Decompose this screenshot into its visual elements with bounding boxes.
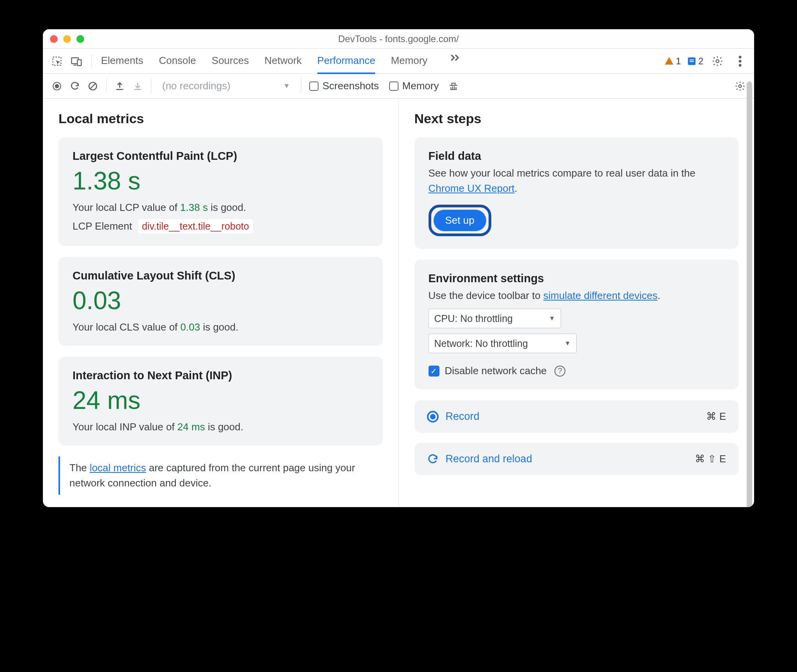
clear-icon[interactable]	[84, 78, 101, 95]
cls-desc-pre: Your local CLS value of	[73, 321, 181, 333]
inp-value: 24 ms	[73, 386, 369, 415]
field-data-card: Field data See how your local metrics co…	[414, 137, 739, 249]
inspect-element-icon[interactable]	[48, 53, 66, 70]
issue-icon	[687, 56, 697, 66]
record-icon[interactable]	[48, 78, 66, 95]
download-icon[interactable]	[129, 78, 146, 95]
disable-cache-checkbox[interactable]: ✓	[429, 366, 439, 377]
env-title: Environment settings	[429, 272, 725, 285]
svg-point-8	[739, 56, 742, 58]
net-select-value: Network: No throttling	[434, 338, 528, 349]
performance-toolbar: (no recordings) ▼ Screenshots Memory	[43, 74, 754, 99]
field-desc-pre: See how your local metrics compare to re…	[429, 167, 696, 179]
env-desc-post: .	[657, 290, 660, 301]
crux-link[interactable]: Chrome UX Report	[429, 182, 515, 194]
lcp-element-label: LCP Element	[73, 220, 132, 232]
svg-line-14	[90, 83, 96, 89]
screenshots-label: Screenshots	[322, 80, 379, 92]
screenshots-checkbox[interactable]: Screenshots	[309, 80, 379, 92]
warnings-badge[interactable]: 1	[664, 56, 681, 67]
help-icon[interactable]: ?	[554, 366, 565, 377]
network-throttling-select[interactable]: Network: No throttling ▼	[429, 334, 577, 353]
simulate-devices-link[interactable]: simulate different devices	[543, 290, 657, 301]
issues-count: 2	[698, 56, 703, 67]
upload-icon[interactable]	[111, 78, 128, 95]
record-shortcut: ⌘ E	[706, 410, 726, 423]
svg-point-15	[739, 85, 742, 87]
svg-rect-3	[78, 60, 81, 65]
tab-performance[interactable]: Performance	[317, 49, 375, 74]
inp-card: Interaction to Next Paint (INP) 24 ms Yo…	[58, 357, 383, 446]
chevron-down-icon: ▼	[549, 315, 555, 322]
tab-console[interactable]: Console	[159, 49, 196, 74]
more-options-icon[interactable]	[731, 53, 749, 70]
checkbox-unchecked-icon	[389, 81, 398, 91]
setup-button[interactable]: Set up	[434, 210, 486, 231]
cpu-throttling-select[interactable]: CPU: No throttling ▼	[429, 309, 561, 328]
inp-desc-val: 24 ms	[177, 421, 205, 433]
next-steps-column: Next steps Field data See how your local…	[399, 99, 754, 507]
setup-button-highlight: Set up	[429, 205, 491, 236]
panel-tabstrip: Elements Console Sources Network Perform…	[43, 49, 754, 74]
inp-desc-pre: Your local INP value of	[73, 421, 177, 433]
cls-desc-val: 0.03	[181, 321, 200, 333]
env-desc-pre: Use the device toolbar to	[429, 290, 544, 301]
close-window-button[interactable]	[50, 35, 58, 43]
cls-value: 0.03	[73, 286, 369, 315]
warning-icon	[664, 56, 674, 66]
garbage-collect-icon[interactable]	[445, 78, 462, 95]
reload-circle-icon	[427, 453, 439, 465]
tab-sources[interactable]: Sources	[212, 49, 249, 74]
lcp-card: Largest Contentful Paint (LCP) 1.38 s Yo…	[58, 137, 383, 246]
svg-point-9	[739, 60, 742, 62]
cls-card: Cumulative Layout Shift (CLS) 0.03 Your …	[58, 257, 383, 346]
lcp-desc-val: 1.38 s	[180, 202, 208, 213]
record-reload-shortcut: ⌘ ⇧ E	[695, 453, 726, 465]
record-action-card[interactable]: Record ⌘ E	[414, 400, 739, 433]
scrollbar-thumb[interactable]	[747, 81, 752, 507]
more-tabs-icon[interactable]	[447, 49, 464, 66]
inp-desc-post: is good.	[205, 421, 243, 433]
chevron-down-icon: ▼	[565, 340, 571, 347]
next-steps-heading: Next steps	[414, 111, 739, 126]
svg-rect-6	[689, 61, 694, 62]
svg-rect-5	[689, 59, 694, 60]
field-desc-post: .	[515, 182, 517, 194]
record-label: Record	[446, 410, 480, 423]
settings-gear-icon[interactable]	[709, 53, 726, 70]
issues-badge[interactable]: 2	[687, 56, 703, 67]
minimize-window-button[interactable]	[63, 35, 71, 43]
devtools-window: DevTools - fonts.google.com/ Elements Co…	[43, 29, 754, 507]
inp-title: Interaction to Next Paint (INP)	[73, 369, 369, 382]
cpu-select-value: CPU: No throttling	[434, 313, 513, 324]
memory-label: Memory	[402, 80, 439, 92]
field-data-title: Field data	[429, 150, 725, 163]
svg-point-10	[739, 64, 742, 67]
lcp-desc-pre: Your local LCP value of	[73, 202, 180, 213]
record-circle-icon	[427, 411, 439, 423]
svg-point-7	[716, 60, 719, 63]
panel-tabs: Elements Console Sources Network Perform…	[94, 49, 464, 73]
performance-content: Local metrics Largest Contentful Paint (…	[43, 99, 754, 507]
record-reload-action-card[interactable]: Record and reload ⌘ ⇧ E	[414, 443, 739, 475]
tab-elements[interactable]: Elements	[101, 49, 143, 74]
environment-card: Environment settings Use the device tool…	[414, 260, 739, 389]
titlebar: DevTools - fonts.google.com/	[43, 29, 754, 49]
memory-checkbox[interactable]: Memory	[389, 80, 439, 92]
warnings-count: 1	[676, 56, 681, 67]
zoom-window-button[interactable]	[76, 35, 84, 43]
cls-desc-post: is good.	[200, 321, 238, 333]
local-metrics-heading: Local metrics	[58, 111, 383, 126]
local-metrics-link[interactable]: local metrics	[90, 462, 146, 474]
reload-icon[interactable]	[66, 78, 83, 95]
capture-settings-gear-icon[interactable]	[731, 78, 749, 95]
tab-network[interactable]: Network	[264, 49, 301, 74]
checkbox-unchecked-icon	[309, 81, 319, 91]
lcp-title: Largest Contentful Paint (LCP)	[73, 150, 369, 163]
lcp-element-chip[interactable]: div.tile__text.tile__roboto	[138, 219, 253, 233]
window-title: DevTools - fonts.google.com/	[43, 34, 754, 44]
device-toolbar-icon[interactable]	[68, 53, 85, 70]
svg-point-12	[55, 84, 59, 88]
recordings-dropdown[interactable]: (no recordings) ▼	[156, 80, 296, 92]
tab-memory[interactable]: Memory	[391, 49, 427, 74]
